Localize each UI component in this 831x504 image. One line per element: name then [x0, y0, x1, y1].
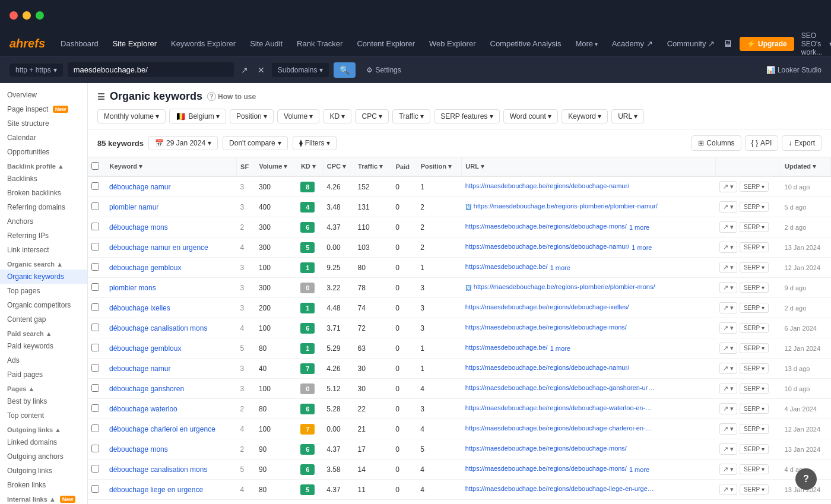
serp-button[interactable]: SERP ▾	[740, 202, 769, 212]
trend-button[interactable]: ↗ ▾	[719, 343, 737, 354]
url-link[interactable]: https://maesdebouchage.be/regions/debouc…	[465, 404, 655, 411]
sidebar-item-overview[interactable]: Overview	[0, 88, 87, 102]
col-traffic[interactable]: Traffic ▾	[354, 157, 392, 176]
url-link[interactable]: https://maesdebouchage.be/regions/debouc…	[465, 182, 629, 189]
row-checkbox[interactable]	[91, 324, 99, 331]
how-to-link[interactable]: ? How to use	[207, 92, 256, 101]
api-button[interactable]: { } API	[745, 135, 779, 151]
keyword-link[interactable]: débouchage gembloux	[109, 344, 181, 353]
sidebar-item-opportunities[interactable]: Opportunities	[0, 145, 87, 159]
url-link[interactable]: https://maesdebouchage.be/regions/debouc…	[465, 445, 627, 452]
row-checkbox[interactable]	[91, 182, 99, 190]
keyword-link[interactable]: debouchage mons	[109, 445, 168, 454]
sidebar-item-top-content[interactable]: Top content	[0, 408, 87, 423]
looker-studio-button[interactable]: 📊 Looker Studio	[766, 66, 822, 74]
serp-button[interactable]: SERP ▾	[740, 343, 769, 353]
sidebar-item-ads[interactable]: Ads	[0, 353, 87, 367]
serp-button[interactable]: SERP ▾	[740, 444, 769, 454]
sidebar-item-broken-links[interactable]: Broken links	[0, 478, 87, 492]
filter-url[interactable]: URL ▾	[611, 109, 644, 123]
row-checkbox[interactable]	[91, 404, 99, 412]
nav-rank-tracker[interactable]: Rank Tracker	[291, 36, 348, 52]
keyword-link[interactable]: débouchage namur en urgence	[109, 243, 208, 252]
trend-button[interactable]: ↗ ▾	[719, 181, 737, 192]
sidebar-item-organic-competitors[interactable]: Organic competitors	[0, 298, 87, 312]
select-all-checkbox[interactable]	[91, 162, 99, 170]
row-checkbox[interactable]	[91, 223, 99, 230]
keyword-link[interactable]: débouchage waterloo	[109, 405, 177, 413]
row-checkbox[interactable]	[91, 344, 99, 351]
nav-site-explorer[interactable]: Site Explorer	[107, 36, 163, 52]
row-checkbox[interactable]	[91, 384, 99, 392]
row-checkbox[interactable]	[91, 485, 99, 493]
sidebar-item-referring-domains[interactable]: Referring domains	[0, 200, 87, 214]
sidebar-item-page-inspect[interactable]: Page inspect New	[0, 102, 87, 116]
url-link[interactable]: https://maesdebouchage.be/regions-plombe…	[474, 202, 658, 210]
keyword-link[interactable]: débouchage canalisation mons	[109, 465, 207, 474]
row-checkbox[interactable]	[91, 465, 99, 473]
trend-button[interactable]: ↗ ▾	[719, 423, 737, 435]
sidebar-section-pages[interactable]: Pages ▲	[0, 382, 87, 394]
url-link[interactable]: https://maesdebouchage.be/regions/debouc…	[465, 384, 655, 391]
sidebar-section-paid-search[interactable]: Paid search ▲	[0, 327, 87, 339]
nav-site-audit[interactable]: Site Audit	[244, 36, 288, 52]
filter-country[interactable]: 🇧🇪 Belgium ▾	[169, 109, 226, 124]
sidebar-item-calendar[interactable]: Calendar	[0, 131, 87, 145]
export-button[interactable]: ↓ Export	[782, 135, 822, 151]
row-checkbox[interactable]	[91, 303, 99, 311]
serp-button[interactable]: SERP ▾	[740, 182, 769, 192]
sidebar-item-link-intersect[interactable]: Link intersect	[0, 243, 87, 257]
sidebar-item-linked-domains[interactable]: Linked domains	[0, 435, 87, 449]
sidebar-item-best-by-links[interactable]: Best by links	[0, 394, 87, 408]
traffic-light-yellow[interactable]	[23, 11, 31, 20]
filter-serp-features[interactable]: SERP features ▾	[434, 109, 500, 123]
subdomain-selector[interactable]: Subdomains ▾	[272, 63, 329, 77]
keyword-link[interactable]: plombier namur	[109, 203, 158, 211]
sidebar-item-referring-ips[interactable]: Referring IPs	[0, 229, 87, 243]
row-checkbox[interactable]	[91, 364, 99, 372]
sidebar-item-broken-backlinks[interactable]: Broken backlinks	[0, 186, 87, 200]
sidebar-section-outgoing-links[interactable]: Outgoing links ▲	[0, 423, 87, 435]
sidebar-item-top-pages[interactable]: Top pages	[0, 284, 87, 298]
keyword-link[interactable]: debouchage namur	[109, 364, 170, 373]
serp-button[interactable]: SERP ▾	[740, 404, 769, 414]
more-link[interactable]: 1 more	[550, 345, 570, 352]
clear-url-icon[interactable]: ✕	[255, 63, 267, 77]
open-external-icon[interactable]: ↗	[239, 63, 250, 77]
serp-button[interactable]: SERP ▾	[740, 262, 769, 272]
filter-kd[interactable]: KD ▾	[323, 109, 351, 123]
keyword-link[interactable]: débouchage charleroi en urgence	[109, 425, 215, 433]
col-volume[interactable]: Volume ▾	[255, 157, 297, 176]
sidebar-item-anchors[interactable]: Anchors	[0, 214, 87, 229]
url-link[interactable]: https://maesdebouchage.be/regions/debouc…	[465, 223, 627, 230]
url-link[interactable]: https://maesdebouchage.be/regions/debouc…	[465, 424, 655, 432]
menu-icon[interactable]: ☰	[97, 92, 105, 102]
trend-button[interactable]: ↗ ▾	[719, 201, 737, 213]
keyword-link[interactable]: débouchage mons	[109, 223, 168, 232]
more-link[interactable]: 1 more	[629, 466, 649, 473]
keyword-link[interactable]: débouchage liege en urgence	[109, 486, 203, 494]
trend-button[interactable]: ↗ ▾	[719, 443, 737, 455]
traffic-light-red[interactable]	[9, 11, 18, 20]
url-link[interactable]: https://maesdebouchage.be/	[465, 344, 548, 351]
url-link[interactable]: https://maesdebouchage.be/regions/debouc…	[465, 364, 629, 371]
keyword-link[interactable]: débouchage namur	[109, 183, 170, 191]
row-checkbox[interactable]	[91, 263, 99, 271]
sidebar-section-organic-search[interactable]: Organic search ▲	[0, 257, 87, 270]
trend-button[interactable]: ↗ ▾	[719, 221, 737, 233]
trend-button[interactable]: ↗ ▾	[719, 242, 737, 253]
sidebar-section-internal-links[interactable]: Internal links ▲ New	[0, 492, 87, 504]
upgrade-button[interactable]: ⚡ Upgrade	[740, 37, 794, 51]
url-link[interactable]: https://maesdebouchage.be/regions/debouc…	[465, 465, 627, 472]
sidebar-item-outgoing-links[interactable]: Outgoing links	[0, 464, 87, 478]
row-checkbox[interactable]	[91, 202, 99, 210]
traffic-light-green[interactable]	[36, 11, 44, 20]
url-link[interactable]: https://maesdebouchage.be/regions-plombe…	[474, 283, 655, 290]
url-link[interactable]: https://maesdebouchage.be/regions/debouc…	[465, 485, 655, 492]
trend-button[interactable]: ↗ ▾	[719, 383, 737, 394]
keyword-link[interactable]: débouchage ganshoren	[109, 385, 184, 393]
filter-position[interactable]: Position ▾	[230, 109, 274, 123]
url-link[interactable]: https://maesdebouchage.be/regions/debouc…	[465, 324, 627, 331]
keyword-link[interactable]: débouchage gembloux	[109, 264, 181, 272]
more-link[interactable]: 1 more	[632, 244, 652, 251]
